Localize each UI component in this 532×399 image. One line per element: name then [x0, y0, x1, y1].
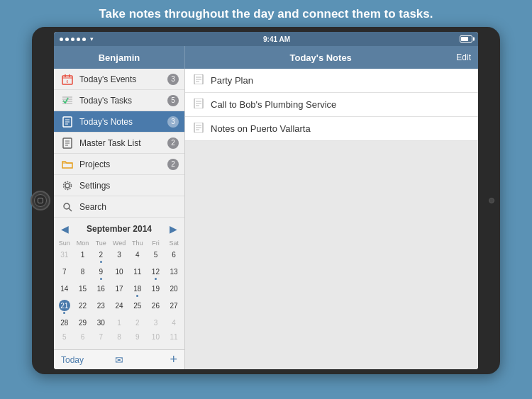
cal-day-name: Tue: [92, 239, 110, 247]
cal-cell[interactable]: 4: [128, 247, 147, 264]
wifi-icon: ▾: [90, 35, 94, 43]
sidebar-item-todays-events[interactable]: 6Today's Events3: [54, 69, 184, 90]
cal-cell[interactable]: 23: [92, 298, 110, 315]
sidebar-item-projects[interactable]: Projects2: [54, 154, 184, 175]
content-area: 6Today's Events3Today's Tasks5Today's No…: [54, 69, 478, 369]
cal-date: 8: [113, 331, 125, 342]
cal-date: 17: [113, 283, 125, 294]
cal-cell[interactable]: 9: [128, 330, 147, 344]
cal-date: 30: [95, 317, 106, 328]
cal-cell[interactable]: 24: [110, 298, 128, 315]
cal-cell[interactable]: 17: [110, 281, 128, 298]
svg-point-17: [65, 184, 70, 188]
note-item-note-1[interactable]: Party Plan: [185, 69, 478, 93]
camera-lens: [489, 198, 494, 203]
cal-cell[interactable]: 6: [165, 247, 183, 264]
cal-cell[interactable]: 20: [165, 281, 183, 298]
cal-next-button[interactable]: ▶: [170, 223, 177, 235]
calendar-grid: SunMonTueWedThuFriSat 311234567891011121…: [55, 239, 183, 344]
add-button[interactable]: +: [138, 352, 177, 367]
cal-cell[interactable]: 8: [110, 330, 128, 344]
cal-cell[interactable]: 4: [165, 315, 183, 330]
cal-day-name: Sat: [165, 239, 183, 247]
cal-cell[interactable]: 25: [128, 298, 147, 315]
note-item-note-2[interactable]: Call to Bob's Plumbing Service: [185, 93, 478, 117]
cal-date: 24: [113, 300, 125, 311]
signal-area: ▾: [60, 35, 94, 43]
note-icon: [194, 74, 204, 86]
cal-cell[interactable]: 19: [147, 281, 165, 298]
main-empty-area: [185, 141, 478, 369]
cal-date: 4: [168, 317, 179, 328]
cal-cell[interactable]: 9: [92, 264, 110, 281]
cal-cell[interactable]: 31: [55, 247, 74, 264]
cal-cell[interactable]: 29: [74, 315, 92, 330]
cal-date: 9: [95, 266, 106, 277]
sidebar-item-settings[interactable]: Settings: [54, 175, 184, 196]
cal-event-dot: [100, 278, 102, 280]
cal-cell[interactable]: 2: [92, 247, 110, 264]
cal-date: 22: [77, 300, 89, 311]
cal-cell[interactable]: 22: [74, 298, 92, 315]
cal-cell[interactable]: 11: [165, 330, 183, 344]
cal-date: 15: [77, 283, 89, 294]
sidebar-item-search[interactable]: Search: [54, 196, 184, 218]
sidebar-badge-projects: 2: [167, 159, 179, 170]
cal-cell[interactable]: 15: [74, 281, 92, 298]
cal-date: 25: [132, 300, 143, 311]
screen: ▾ 9:41 AM Benjamin Today's Notes Edit 6T…: [54, 32, 478, 369]
cal-cell[interactable]: 10: [147, 330, 165, 344]
today-button[interactable]: Today: [61, 355, 100, 365]
cal-cell[interactable]: 3: [147, 315, 165, 330]
cal-cell[interactable]: 6: [74, 330, 92, 344]
calendar-section: ◀ September 2014 ▶ SunMonTueWedThuFriSat…: [54, 218, 184, 349]
signal-dot-2: [65, 38, 69, 41]
cal-day-name: Thu: [128, 239, 147, 247]
cal-cell[interactable]: 3: [110, 247, 128, 264]
cal-date: 23: [95, 300, 106, 311]
sidebar-item-todays-tasks[interactable]: Today's Tasks5: [54, 90, 184, 111]
sidebar-item-todays-notes[interactable]: Today's Notes3: [54, 111, 184, 133]
cal-cell[interactable]: 27: [165, 298, 183, 315]
cal-cell[interactable]: 14: [55, 281, 74, 298]
cal-week-4: 2829301234: [55, 315, 183, 330]
cal-cell[interactable]: 18: [128, 281, 147, 298]
cal-cell[interactable]: 8: [74, 264, 92, 281]
battery-fill: [461, 37, 468, 41]
cal-cell[interactable]: 1: [110, 315, 128, 330]
sidebar-badge-todays-tasks: 5: [167, 95, 179, 106]
cal-cell[interactable]: 1: [74, 247, 92, 264]
cal-cell[interactable]: 2: [128, 315, 147, 330]
cal-day-name: Fri: [147, 239, 165, 247]
sidebar-item-master-task-list[interactable]: Master Task List2: [54, 133, 184, 154]
cal-prev-button[interactable]: ◀: [61, 223, 69, 235]
home-button[interactable]: [31, 191, 50, 210]
cal-week-5: 567891011: [55, 330, 183, 344]
note-item-note-3[interactable]: Notes on Puerto Vallarta: [185, 117, 478, 141]
cal-cell[interactable]: 7: [55, 264, 74, 281]
mail-icon[interactable]: ✉: [100, 354, 139, 366]
cal-cell[interactable]: 28: [55, 315, 74, 330]
cal-cell[interactable]: 11: [128, 264, 147, 281]
svg-line-20: [69, 208, 72, 211]
cal-cell[interactable]: 7: [92, 330, 110, 344]
cal-date: 11: [132, 266, 143, 277]
edit-button[interactable]: Edit: [456, 52, 478, 62]
cal-date: 29: [77, 317, 89, 328]
sidebar-item-label-todays-notes: Today's Notes: [79, 117, 167, 127]
sidebar-badge-master-task-list: 2: [167, 137, 179, 149]
cal-cell[interactable]: 13: [165, 264, 183, 281]
cal-cell[interactable]: 30: [92, 315, 110, 330]
sidebar-item-label-master-task-list: Master Task List: [79, 138, 167, 148]
cal-cell[interactable]: 5: [55, 330, 74, 344]
cal-cell[interactable]: 10: [110, 264, 128, 281]
sidebar-item-label-search: Search: [79, 202, 179, 212]
cal-date: 16: [95, 283, 106, 294]
cal-cell[interactable]: 21: [55, 298, 74, 315]
cal-cell[interactable]: 16: [92, 281, 110, 298]
cal-cell[interactable]: 26: [147, 298, 165, 315]
cal-cell[interactable]: 12: [147, 264, 165, 281]
note-label: Notes on Puerto Vallarta: [211, 123, 311, 134]
cal-event-dot: [100, 261, 102, 263]
cal-cell[interactable]: 5: [147, 247, 165, 264]
